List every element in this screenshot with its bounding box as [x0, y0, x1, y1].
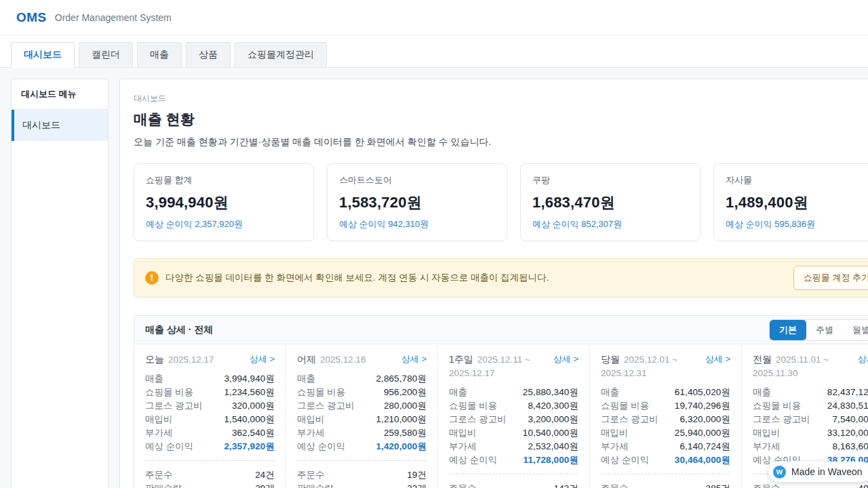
period-header: 어제2025.12.16 상세 >: [297, 352, 427, 366]
period-name: 1주일: [449, 354, 473, 365]
divider: [145, 460, 275, 461]
period-name: 오늘: [145, 354, 164, 365]
sales-detail-section: 매출 상세 · 전체 기본 주별 월별 오늘2025.12.17 상세 > 매출…: [134, 315, 868, 488]
table-row: 그로스 광고비6,320,000원: [601, 413, 730, 426]
nav-tab-dashboard[interactable]: 대시보드: [11, 42, 75, 68]
table-row: 매입비1,210,000원: [297, 413, 427, 426]
waveon-logo-icon: w: [773, 466, 786, 479]
oms-logo: OMS: [16, 10, 47, 25]
card-name: 자사몰: [726, 174, 868, 186]
table-row: 매출61,405,020원: [601, 386, 730, 399]
table-row-profit: 예상 순이익1,420,000원: [297, 440, 427, 453]
card-profit: 예상 순이익 595,836원: [726, 218, 868, 230]
table-row: 쇼핑몰 비용1,234,560원: [145, 386, 275, 399]
made-in-waveon-badge[interactable]: w Made in Waveon: [768, 462, 868, 482]
table-row: 주문수493건: [753, 482, 868, 488]
notice-text: 다양한 쇼핑몰 데이터를 한 화면에서 확인해 보세요. 계정 연동 시 자동으…: [165, 272, 549, 284]
nav-tab-sales[interactable]: 매출: [137, 42, 182, 68]
summary-card-coupang: 쿠팡 1,683,470원 예상 순이익 852,307원: [520, 163, 701, 241]
sidebar-title: 대시보드 메뉴: [12, 79, 108, 110]
table-row-profit: 예상 순이익30,464,000원: [601, 453, 730, 467]
table-row: 매입비1,540,000원: [145, 413, 275, 426]
period-header: 전월2025.11.01 ~ 2025.11.30 상세 >: [753, 352, 868, 380]
main-nav: 대시보드 캘린더 매출 상품 쇼핑몰계정관리: [0, 35, 868, 68]
table-row: 판매수량22개: [297, 482, 427, 488]
table-row: 매출82,437,120원: [753, 386, 868, 399]
page-title: 매출 현황: [134, 110, 868, 129]
table-row: 매입비25,940,000원: [601, 426, 730, 440]
table-row: 부가세2,532,040원: [449, 440, 578, 453]
period-columns: 오늘2025.12.17 상세 > 매출3,994,940원 쇼핑몰 비용1,2…: [134, 344, 868, 488]
detail-link[interactable]: 상세 >: [401, 352, 427, 366]
period-column-week: 1주일2025.12.11 ~ 2025.12.17 상세 > 매출25,880…: [438, 344, 590, 488]
period-date: 2025.12.16: [320, 354, 366, 365]
nav-tab-shop-accounts[interactable]: 쇼핑몰계정관리: [235, 42, 327, 68]
notice-banner: ! 다양한 쇼핑몰 데이터를 한 화면에서 확인해 보세요. 계정 연동 시 자…: [134, 258, 868, 298]
detail-link[interactable]: 상세 >: [553, 352, 578, 380]
detail-link[interactable]: 상세 >: [705, 352, 730, 380]
table-row: 부가세259,580원: [297, 426, 427, 440]
period-name: 전월: [753, 354, 772, 365]
sidebar-item-dashboard[interactable]: 대시보드: [12, 110, 108, 141]
table-row: 주문수19건: [297, 468, 427, 482]
card-name: 쿠팡: [532, 174, 688, 186]
view-mode-tabs: 기본 주별 월별: [769, 319, 868, 341]
card-amount: 1,683,470원: [532, 192, 688, 213]
summary-card-total: 쇼핑몰 합계 3,994,940원 예상 순이익 2,357,920원: [134, 163, 314, 241]
table-row: 매입비10,540,000원: [449, 426, 578, 440]
table-row: 부가세8,163,600원: [753, 440, 868, 453]
period-column-yesterday: 어제2025.12.16 상세 > 매출2,865,780원 쇼핑몰 비용956…: [286, 344, 438, 488]
table-row-profit: 예상 순이익2,357,920원: [145, 440, 275, 453]
main-panel: 대시보드 매출 현황 오늘 기준 매출 현황과 기간별·상품별 매출 데이터를 …: [119, 79, 868, 488]
table-row: 쇼핑몰 비용956,200원: [297, 386, 427, 399]
app-title: Order Management System: [55, 12, 172, 23]
table-row: 주문수385건: [601, 482, 730, 488]
table-row: 부가세6,140,724원: [601, 440, 730, 453]
table-row: 그로스 광고비320,000원: [145, 399, 275, 413]
sales-detail-header: 매출 상세 · 전체 기본 주별 월별: [134, 316, 868, 344]
sales-detail-title: 매출 상세 · 전체: [145, 324, 213, 336]
table-row: 매출25,880,340원: [449, 386, 578, 399]
card-profit: 예상 순이익 852,307원: [532, 218, 688, 230]
period-name: 어제: [297, 354, 316, 365]
view-tab-basic[interactable]: 기본: [770, 320, 806, 340]
period-column-today: 오늘2025.12.17 상세 > 매출3,994,940원 쇼핑몰 비용1,2…: [134, 344, 286, 488]
summary-cards: 쇼핑몰 합계 3,994,940원 예상 순이익 2,357,920원 스마트스…: [134, 163, 868, 241]
period-header: 당월2025.12.01 ~ 2025.12.31 상세 >: [601, 352, 730, 380]
exclamation-icon: !: [145, 271, 159, 285]
table-row: 그로스 광고비7,540,000원: [753, 413, 868, 426]
view-tab-weekly[interactable]: 주별: [806, 320, 843, 340]
divider: [297, 460, 427, 461]
add-shop-account-button[interactable]: 쇼핑몰 계정 추가: [793, 266, 868, 290]
table-row-profit: 예상 순이익11,728,000원: [449, 453, 578, 467]
waveon-badge-label: Made in Waveon: [791, 466, 863, 477]
card-amount: 1,583,720원: [339, 192, 495, 213]
detail-link[interactable]: 상세 >: [858, 352, 868, 380]
nav-tab-products[interactable]: 상품: [186, 42, 231, 68]
table-row: 쇼핑몰 비용19,740,296원: [601, 399, 730, 413]
table-row: 매출3,994,940원: [145, 372, 275, 386]
table-row: 쇼핑몰 비용24,830,516원: [753, 399, 868, 413]
card-name: 스마트스토어: [339, 174, 495, 186]
period-name: 당월: [601, 354, 620, 365]
period-column-this-month: 당월2025.12.01 ~ 2025.12.31 상세 > 매출61,405,…: [590, 344, 742, 488]
sidebar: 대시보드 메뉴 대시보드: [11, 79, 108, 488]
table-row: 부가세362,540원: [145, 426, 275, 440]
card-profit: 예상 순이익 942,310원: [339, 218, 495, 230]
period-header: 오늘2025.12.17 상세 >: [145, 352, 275, 366]
detail-link[interactable]: 상세 >: [250, 352, 275, 366]
summary-card-smartstore: 스마트스토어 1,583,720원 예상 순이익 942,310원: [327, 163, 507, 241]
table-row: 매입비33,120,000원: [753, 426, 868, 440]
nav-tab-calendar[interactable]: 캘린더: [79, 42, 133, 68]
summary-card-ownmall: 자사몰 1,489,400원 예상 순이익 595,836원: [713, 163, 868, 241]
period-date: 2025.12.17: [168, 354, 214, 365]
view-tab-monthly[interactable]: 월별: [843, 320, 868, 340]
table-row: 주문수24건: [145, 468, 275, 482]
breadcrumb: 대시보드: [134, 93, 868, 104]
table-row: 주문수143건: [449, 482, 578, 488]
period-header: 1주일2025.12.11 ~ 2025.12.17 상세 >: [449, 352, 578, 380]
app-header: OMS Order Management System: [0, 0, 868, 35]
page-subtitle: 오늘 기준 매출 현황과 기간별·상품별 매출 데이터를 한 화면에서 확인할 …: [134, 136, 868, 148]
card-profit: 예상 순이익 2,357,920원: [146, 218, 302, 230]
divider: [601, 474, 730, 474]
